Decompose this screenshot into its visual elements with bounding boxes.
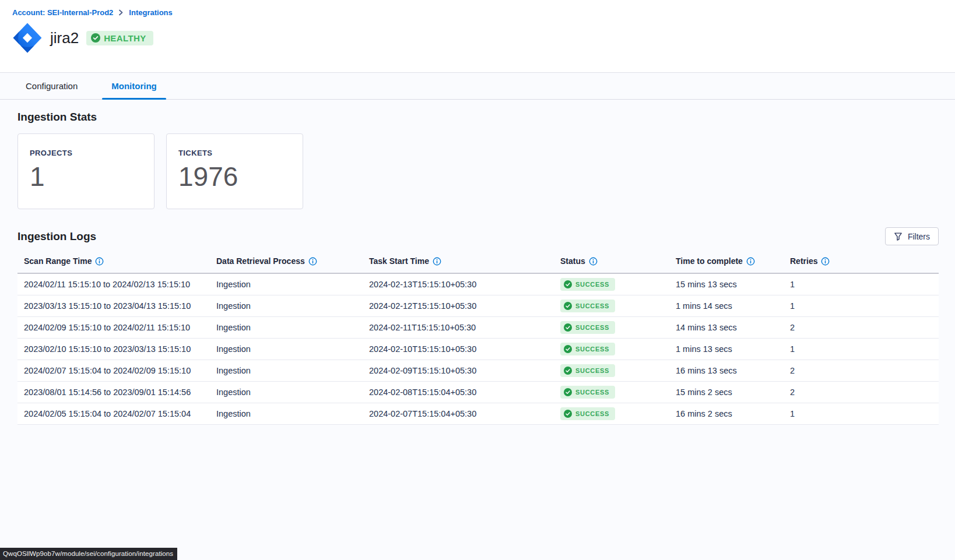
column-header-status: Status	[554, 253, 669, 273]
status-badge: SUCCESS	[560, 278, 615, 291]
cell-scan-range-time: 2023/03/13 15:15:10 to 2023/04/13 15:15:…	[17, 295, 210, 316]
main-content: Configuration Monitoring Ingestion Stats…	[0, 73, 955, 560]
cell-task-start-time: 2024-02-10T15:15:10+05:30	[363, 338, 554, 360]
cell-time-to-complete: 1 mins 14 secs	[669, 295, 784, 316]
cell-time-to-complete: 16 mins 13 secs	[669, 360, 784, 381]
info-icon[interactable]	[589, 257, 598, 266]
cell-time-to-complete: 16 mins 2 secs	[669, 403, 784, 424]
status-label: SUCCESS	[575, 367, 609, 374]
status-label: SUCCESS	[575, 346, 609, 353]
cell-retries: 1	[784, 338, 939, 360]
cell-retries: 2	[784, 360, 939, 381]
column-header-scan-range-time: Scan Range Time	[17, 253, 210, 273]
column-label: Scan Range Time	[24, 256, 92, 266]
cell-time-to-complete: 15 mins 2 secs	[669, 381, 784, 403]
status-label: SUCCESS	[575, 410, 609, 417]
cell-scan-range-time: 2024/02/09 15:15:10 to 2024/02/11 15:15:…	[17, 316, 210, 338]
cell-task-start-time: 2024-02-13T15:15:10+05:30	[363, 273, 554, 295]
info-icon[interactable]	[433, 257, 441, 266]
breadcrumb: Account: SEI-Internal-Prod2 Integrations	[12, 8, 955, 17]
cell-status: SUCCESS	[554, 381, 669, 403]
cell-task-start-time: 2024-02-11T15:15:10+05:30	[363, 316, 554, 338]
table-row: 2023/02/10 15:15:10 to 2023/03/13 15:15:…	[17, 338, 939, 360]
cell-task-start-time: 2024-02-07T15:15:04+05:30	[363, 403, 554, 424]
stat-label: TICKETS	[178, 149, 291, 157]
column-label: Status	[560, 256, 585, 266]
cell-data-retrieval-process: Ingestion	[210, 381, 363, 403]
health-status-label: HEALTHY	[104, 33, 146, 43]
cell-status: SUCCESS	[554, 360, 669, 381]
cell-status: SUCCESS	[554, 316, 669, 338]
integration-name: jira2	[50, 29, 79, 47]
cell-status: SUCCESS	[554, 403, 669, 424]
status-label: SUCCESS	[575, 281, 609, 288]
column-header-data-retrieval-process: Data Retrieval Process	[210, 253, 363, 273]
table-row: 2023/08/01 15:14:56 to 2023/09/01 15:14:…	[17, 381, 939, 403]
cell-scan-range-time: 2023/08/01 15:14:56 to 2023/09/01 15:14:…	[17, 381, 210, 403]
column-label: Task Start Time	[369, 256, 429, 266]
filters-button[interactable]: Filters	[885, 227, 939, 245]
status-badge: SUCCESS	[560, 300, 615, 312]
table-row: 2023/03/13 15:15:10 to 2023/04/13 15:15:…	[17, 295, 939, 316]
cell-task-start-time: 2024-02-09T15:15:10+05:30	[363, 360, 554, 381]
cell-retries: 2	[784, 381, 939, 403]
column-header-task-start-time: Task Start Time	[363, 253, 554, 273]
ingestion-stats-heading: Ingestion Stats	[17, 111, 939, 124]
stat-label: PROJECTS	[30, 149, 142, 157]
status-badge: SUCCESS	[560, 386, 615, 399]
cell-scan-range-time: 2023/02/10 15:15:10 to 2023/03/13 15:15:…	[17, 338, 210, 360]
page-header: Account: SEI-Internal-Prod2 Integrations	[0, 0, 955, 73]
status-badge: SUCCESS	[560, 364, 615, 377]
table-header-row: Scan Range TimeData Retrieval ProcessTas…	[17, 253, 939, 273]
cell-scan-range-time: 2024/02/07 15:15:04 to 2024/02/09 15:15:…	[17, 360, 210, 381]
status-badge: SUCCESS	[560, 343, 615, 355]
table-body: 2024/02/11 15:15:10 to 2024/02/13 15:15:…	[17, 273, 939, 424]
ingestion-logs-header: Ingestion Logs Filters	[17, 227, 939, 245]
column-header-retries: Retries	[784, 253, 939, 273]
tab-monitoring[interactable]: Monitoring	[102, 73, 166, 99]
cell-scan-range-time: 2024/02/11 15:15:10 to 2024/02/13 15:15:…	[17, 273, 210, 295]
cell-retries: 2	[784, 316, 939, 338]
cell-retries: 1	[784, 403, 939, 424]
table-row: 2024/02/07 15:15:04 to 2024/02/09 15:15:…	[17, 360, 939, 381]
stat-card-tickets: TICKETS 1976	[166, 133, 303, 209]
jira-logo	[12, 22, 43, 54]
link-preview-statusbar: QwqOSllWp9ob7w/module/sei/configuration/…	[0, 548, 177, 560]
cell-data-retrieval-process: Ingestion	[210, 273, 363, 295]
column-label: Time to complete	[676, 256, 743, 266]
cell-retries: 1	[784, 295, 939, 316]
cell-data-retrieval-process: Ingestion	[210, 295, 363, 316]
check-circle-icon	[564, 280, 572, 288]
cell-task-start-time: 2024-02-08T15:15:04+05:30	[363, 381, 554, 403]
check-circle-icon	[564, 345, 572, 353]
breadcrumb-integrations-link[interactable]: Integrations	[129, 8, 172, 17]
stat-card-projects: PROJECTS 1	[17, 133, 155, 209]
cell-status: SUCCESS	[554, 273, 669, 295]
column-label: Data Retrieval Process	[216, 256, 305, 266]
cell-time-to-complete: 14 mins 13 secs	[669, 316, 784, 338]
breadcrumb-account-link[interactable]: Account: SEI-Internal-Prod2	[12, 8, 113, 17]
info-icon[interactable]	[821, 257, 830, 266]
status-label: SUCCESS	[575, 389, 609, 396]
stats-cards: PROJECTS 1 TICKETS 1976	[17, 133, 939, 209]
check-circle-icon	[91, 33, 100, 43]
monitoring-panel: Ingestion Stats PROJECTS 1 TICKETS 1976 …	[0, 100, 955, 425]
info-icon[interactable]	[308, 257, 317, 266]
check-circle-icon	[564, 302, 572, 310]
cell-status: SUCCESS	[554, 338, 669, 360]
filters-button-label: Filters	[908, 232, 930, 241]
cell-data-retrieval-process: Ingestion	[210, 316, 363, 338]
cell-data-retrieval-process: Ingestion	[210, 360, 363, 381]
table-row: 2024/02/09 15:15:10 to 2024/02/11 15:15:…	[17, 316, 939, 338]
info-icon[interactable]	[95, 257, 104, 266]
cell-status: SUCCESS	[554, 295, 669, 316]
tab-bar: Configuration Monitoring	[0, 73, 955, 100]
check-circle-icon	[564, 410, 572, 418]
check-circle-icon	[564, 367, 572, 375]
cell-time-to-complete: 1 mins 13 secs	[669, 338, 784, 360]
stat-value: 1976	[178, 163, 291, 190]
tab-configuration[interactable]: Configuration	[16, 73, 87, 99]
cell-scan-range-time: 2024/02/05 15:15:04 to 2024/02/07 15:15:…	[17, 403, 210, 424]
info-icon[interactable]	[746, 257, 755, 266]
cell-time-to-complete: 15 mins 13 secs	[669, 273, 784, 295]
